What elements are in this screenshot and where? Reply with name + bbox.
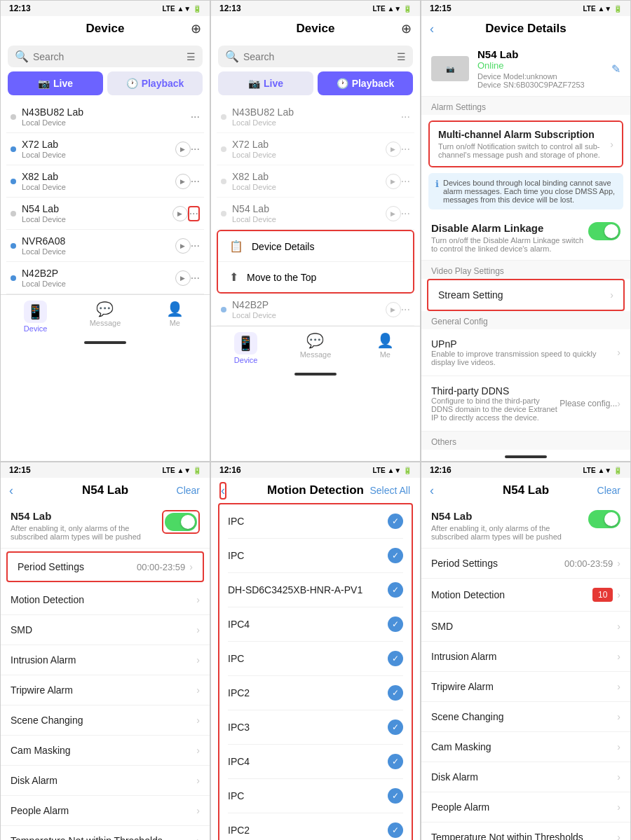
back-button-4[interactable]: ‹ [9, 483, 13, 498]
more-button-4-highlighted[interactable]: ··· [188, 206, 200, 221]
nav-bar-2: Device ⊕ [211, 16, 420, 41]
device-sub-1: Local Device [22, 118, 191, 127]
disable-alarm-toggle[interactable] [588, 222, 620, 240]
play-btn-p2-2[interactable]: ▶ [386, 174, 401, 189]
list-icon-2: ☰ [397, 51, 406, 62]
device-item-x72: X72 Lab Local Device ▶ ··· [6, 133, 204, 165]
alarm-type-motion-6[interactable]: Motion Detection 10 › [421, 579, 630, 612]
alarm-type-tripwire-6[interactable]: Tripwire Alarm › [421, 672, 630, 702]
alarm-type-temp[interactable]: Temperature Not within Thresholds › [1, 826, 210, 840]
back-button-5-highlighted[interactable]: ‹ [219, 482, 226, 500]
alarm-type-temp-6[interactable]: Temperature Not within Thresholds › [421, 822, 630, 840]
play-btn-p2-3[interactable]: ▶ [386, 206, 401, 221]
alarm-type-intrusion-6[interactable]: Intrusion Alarm › [421, 642, 630, 672]
bottom-nav-message-1[interactable]: 💬 Message [70, 301, 140, 333]
alarm-type-smd-6[interactable]: SMD › [421, 612, 630, 642]
chevron-right-icon: › [610, 139, 613, 150]
period-settings-row[interactable]: Period Settings 00:00-23:59 › [6, 551, 204, 582]
motion-item-7[interactable]: IPC4 ✓ [228, 745, 403, 779]
device-sub-2: Local Device [22, 151, 175, 159]
search-bar-1[interactable]: 🔍 ☰ [8, 46, 203, 67]
device-dot-6 [11, 275, 16, 281]
ddns-row[interactable]: Third-party DDNS Configure to bind the t… [421, 376, 630, 432]
clear-button-6[interactable]: Clear [597, 485, 620, 496]
tab-playback-2[interactable]: 🕐 Playback [318, 71, 413, 95]
add-icon-2[interactable]: ⊕ [401, 21, 412, 36]
tab-playback-1[interactable]: 🕐 Playback [107, 71, 203, 95]
bottom-nav-me-1[interactable]: 👤 Me [140, 301, 210, 333]
more-button-3[interactable]: ··· [191, 175, 200, 188]
play-button-5[interactable]: ▶ [175, 238, 191, 254]
list-item: N43BU82 Lab Local Device ··· [217, 101, 414, 133]
device-name-6: N42B2P [22, 268, 175, 279]
play-button-4[interactable]: ▶ [172, 206, 188, 221]
bottom-nav-message-2[interactable]: 💬 Message [280, 332, 350, 364]
more-button-6[interactable]: ··· [191, 272, 200, 284]
motion-item-1[interactable]: IPC ✓ [228, 539, 403, 573]
play-button-3[interactable]: ▶ [175, 174, 191, 189]
more-btn-p2-3[interactable]: ··· [401, 175, 410, 188]
motion-item-4[interactable]: IPC ✓ [228, 642, 403, 676]
alarm-type-disk[interactable]: Disk Alarm › [1, 766, 210, 796]
motion-item-9[interactable]: IPC2 ✓ [228, 813, 403, 840]
play-btn-p2-5[interactable]: ▶ [386, 302, 401, 317]
others-label: Others [421, 432, 630, 450]
bottom-nav-me-2[interactable]: 👤 Me [351, 332, 420, 364]
context-menu-device-details[interactable]: 📋 Device Details [218, 231, 413, 262]
more-btn-p2-2[interactable]: ··· [401, 143, 410, 156]
alarm-type-smd[interactable]: SMD › [1, 615, 210, 645]
alarm-type-people[interactable]: People Alarm › [1, 796, 210, 826]
period-chevron-6: › [617, 558, 620, 569]
upnp-row[interactable]: UPnP Enable to improve transmission spee… [421, 329, 630, 376]
stream-setting-row[interactable]: Stream Setting › [427, 279, 625, 311]
back-button-3[interactable]: ‹ [430, 22, 434, 36]
period-settings-row-6[interactable]: Period Settings 00:00-23:59 › [421, 549, 630, 579]
more-btn-p2-4[interactable]: ··· [401, 207, 410, 220]
motion-item-3[interactable]: IPC4 ✓ [228, 607, 403, 642]
search-input-1[interactable] [33, 51, 182, 62]
motion-item-8[interactable]: IPC ✓ [228, 779, 403, 813]
alarm-subscription-card[interactable]: Multi-channel Alarm Subscription Turn on… [428, 121, 623, 167]
clock-icon-1: 🕐 [126, 78, 138, 89]
more-button-2[interactable]: ··· [191, 143, 200, 156]
alarm-type-disk-6[interactable]: Disk Alarm › [421, 762, 630, 792]
n54-toggle[interactable] [165, 513, 197, 531]
select-all-button[interactable]: Select All [369, 485, 410, 496]
play-button-2[interactable]: ▶ [175, 142, 191, 157]
status-bar-6: 12:16 LTE ▲▼ 🔋 [421, 462, 630, 478]
scene-chevron-6: › [617, 711, 620, 722]
back-button-6[interactable]: ‹ [430, 483, 434, 498]
motion-item-5[interactable]: IPC2 ✓ [228, 676, 403, 710]
add-icon-1[interactable]: ⊕ [191, 21, 201, 36]
alarm-type-scene-6[interactable]: Scene Changing › [421, 702, 630, 732]
more-btn-p2-1[interactable]: ··· [401, 111, 410, 123]
alarm-type-cam-6[interactable]: Cam Masking › [421, 732, 630, 762]
search-input-2[interactable] [243, 51, 393, 62]
alarm-type-intrusion[interactable]: Intrusion Alarm › [1, 645, 210, 675]
check-icon-9: ✓ [388, 822, 403, 838]
alarm-type-scene[interactable]: Scene Changing › [1, 705, 210, 736]
more-button-1[interactable]: ··· [191, 111, 200, 123]
more-button-5[interactable]: ··· [191, 240, 200, 252]
play-button-6[interactable]: ▶ [175, 270, 191, 286]
alarm-type-people-6[interactable]: People Alarm › [421, 792, 630, 822]
n54-toggle-6[interactable] [588, 510, 620, 528]
tab-live-2[interactable]: 📷 Live [218, 71, 313, 95]
period-settings-value: 00:00-23:59 [137, 562, 185, 572]
edit-icon[interactable]: ✎ [611, 62, 620, 76]
alarm-type-motion[interactable]: Motion Detection › [1, 585, 210, 615]
play-btn-p2-1[interactable]: ▶ [386, 142, 401, 157]
clear-button-4[interactable]: Clear [177, 485, 200, 496]
alarm-type-cam[interactable]: Cam Masking › [1, 736, 210, 766]
more-btn-p2-5[interactable]: ··· [401, 303, 410, 316]
smd-chevron-icon: › [196, 624, 200, 635]
bottom-nav-device-2[interactable]: 📱 Device [211, 332, 280, 364]
tab-live-1[interactable]: 📷 Live [8, 71, 103, 95]
context-menu-move-top[interactable]: ⬆ Move to the Top [218, 262, 413, 292]
alarm-type-tripwire[interactable]: Tripwire Alarm › [1, 675, 210, 705]
motion-item-0[interactable]: IPC ✓ [228, 504, 403, 539]
motion-item-6[interactable]: IPC3 ✓ [228, 710, 403, 745]
bottom-nav-device-1[interactable]: 📱 Device [1, 301, 70, 333]
motion-item-2[interactable]: DH-SD6C3425XB-HNR-A-PV1 ✓ [228, 573, 403, 607]
search-bar-2[interactable]: 🔍 ☰ [218, 46, 413, 67]
